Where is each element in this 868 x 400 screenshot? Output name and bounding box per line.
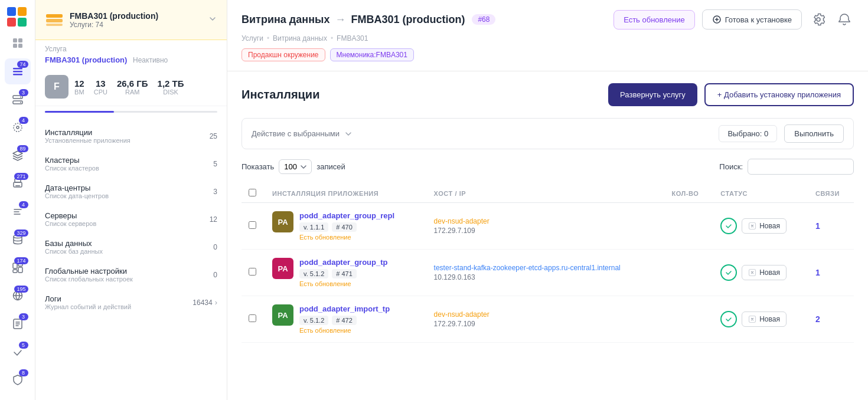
breadcrumb-showcase[interactable]: Витрина данных: [273, 34, 327, 42]
row-3-host: dev-nsud-adapter 172.29.7.109: [427, 296, 665, 343]
svg-rect-18: [13, 270, 17, 273]
svg-rect-21: [46, 14, 63, 18]
link-count-3[interactable]: 2: [815, 314, 820, 324]
app-name-3[interactable]: podd_adapter_import_tp: [299, 304, 390, 313]
service-name-status: FMBA301 (production) Неактивно: [35, 55, 227, 68]
sidebar-chevron-icon[interactable]: [208, 14, 217, 25]
app-name-2[interactable]: podd_adapter_group_tp: [299, 258, 388, 267]
select-all-checkbox[interactable]: [249, 189, 256, 196]
nav-server[interactable]: 3: [5, 87, 31, 113]
menu-item-global-settings[interactable]: Глобальные настройки Список глобальных н…: [35, 261, 227, 288]
nav-grid[interactable]: [5, 31, 31, 57]
col-links: СВЯЗИ: [808, 184, 854, 203]
execute-button[interactable]: Выполнить: [784, 124, 844, 143]
stat-cpu: 13 CPU: [94, 78, 107, 96]
service-name-link[interactable]: FMBA301 (production): [45, 55, 127, 64]
nav-list[interactable]: 74: [5, 58, 31, 84]
row-1-checkbox[interactable]: [249, 221, 256, 229]
col-status: СТАТУС: [713, 184, 808, 203]
add-installation-button[interactable]: + Добавить установку приложения: [704, 83, 854, 106]
nav-printer[interactable]: 271: [5, 171, 31, 196]
row-2-count: [664, 250, 713, 296]
content-actions: Развернуть услугу + Добавить установку п…: [608, 83, 854, 106]
nav-log[interactable]: 3: [5, 311, 31, 337]
nav-check[interactable]: 5: [5, 339, 31, 365]
menu-item-logs[interactable]: Логи Журнал событий и действий 16434 ›: [35, 288, 227, 316]
bulk-action-select[interactable]: Действие с выбранными: [252, 129, 712, 138]
app-name-1[interactable]: podd_adapter_group_repl: [299, 211, 394, 220]
nav-db2[interactable]: 174: [5, 255, 31, 281]
installations-title: Инсталляции: [242, 88, 319, 101]
deploy-service-button[interactable]: Развернуть услугу: [608, 83, 697, 106]
menu-item-installations[interactable]: Инсталляции Установленные приложения 25: [35, 122, 227, 150]
status-icon-3: [720, 311, 737, 327]
tags-row: Продакшн окружение Мнемоника:FMBA301: [242, 48, 854, 61]
update-button[interactable]: Есть обновление: [614, 10, 695, 29]
row-2-status: Новая: [713, 250, 808, 296]
install-ready-button[interactable]: Готова к установке: [702, 9, 802, 29]
sidebar-header-icon: [45, 9, 64, 30]
nav-settings[interactable]: 4: [5, 114, 31, 140]
row-3-checkbox[interactable]: [249, 314, 256, 322]
stat-vm: 12 ВМ: [74, 78, 84, 96]
breadcrumb: Услуги • Витрина данных • FMBA301: [242, 34, 854, 42]
link-count-1[interactable]: 1: [815, 221, 820, 231]
host-link-1[interactable]: dev-nsud-adapter: [434, 217, 658, 225]
update-1: Есть обновление: [299, 234, 394, 241]
app-logo[interactable]: [7, 7, 28, 28]
arrow-icon: ›: [215, 298, 217, 307]
svg-rect-6: [13, 74, 22, 76]
row-checkbox-2: [242, 250, 265, 296]
nav-tune[interactable]: 4: [5, 199, 31, 225]
sidebar-header-title: FMBA301 (production): [70, 11, 202, 21]
row-2-links: 1: [808, 250, 854, 296]
menu-item-databases[interactable]: Базы данных Список баз данных 0: [35, 233, 227, 261]
host-link-3[interactable]: dev-nsud-adapter: [434, 310, 658, 319]
host-link-2[interactable]: tester-stand-kafka-zookeeper-etcd-apps.r…: [434, 264, 658, 272]
sidebar-header-sub: Услуги: 74: [70, 21, 202, 29]
version-badge: #68: [472, 14, 495, 25]
menu-item-servers[interactable]: Серверы Список серверов 12: [35, 205, 227, 233]
app-avatar-3: PA: [272, 304, 293, 326]
nav-list-badge: 74: [17, 61, 28, 68]
row-1-links: 1: [808, 203, 854, 250]
menu-item-clusters[interactable]: Кластеры Список кластеров 5: [35, 150, 227, 178]
svg-rect-23: [46, 24, 63, 26]
build-1: # 470: [332, 222, 357, 232]
row-3-status: Новая: [713, 296, 808, 343]
nav-layers[interactable]: 89: [5, 143, 31, 169]
host-ip-1: 172.29.7.109: [434, 227, 658, 235]
search-input[interactable]: [748, 159, 854, 175]
main-header: Витрина данных → FMBA301 (production) #6…: [227, 0, 868, 71]
menu-item-datacenters[interactable]: Дата-центры Список дата-центров 3: [35, 178, 227, 205]
breadcrumb-current[interactable]: FMBA301: [337, 34, 368, 42]
row-2-checkbox[interactable]: [249, 268, 256, 276]
nav-server-badge: 3: [19, 89, 28, 96]
link-status-icon-2: [748, 268, 756, 277]
nav-shield-badge: 8: [19, 369, 28, 376]
nav-globe[interactable]: 195: [5, 283, 31, 309]
col-count: КОЛ-ВО: [664, 184, 713, 203]
settings-icon[interactable]: [809, 10, 828, 29]
notifications-icon[interactable]: [835, 10, 854, 29]
nav-tune-badge: 4: [19, 201, 28, 208]
breadcrumb-services[interactable]: Услуги: [242, 34, 263, 42]
icon-bar: 74 3 4 89 271 4 329 174 195 3 5: [0, 0, 35, 400]
link-status-icon: [748, 222, 756, 230]
service-status: Неактивно: [133, 56, 168, 64]
status-badge-1: Новая: [742, 218, 787, 234]
svg-rect-22: [46, 19, 63, 22]
nav-shield[interactable]: 8: [5, 367, 31, 393]
per-page-select[interactable]: 100 50 25: [279, 159, 312, 174]
sidebar: FMBA301 (production) Услуги: 74 Услуга F…: [35, 0, 227, 400]
nav-printer-badge: 271: [14, 173, 28, 180]
svg-point-9: [20, 96, 21, 97]
link-count-2[interactable]: 1: [815, 268, 820, 277]
svg-rect-2: [13, 44, 17, 48]
status-badge-2: Новая: [742, 265, 787, 280]
row-checkbox-1: [242, 203, 265, 250]
nav-database-badge: 329: [14, 229, 28, 237]
row-checkbox-3: [242, 296, 265, 343]
svg-point-10: [20, 101, 21, 103]
nav-database[interactable]: 329: [5, 227, 31, 253]
